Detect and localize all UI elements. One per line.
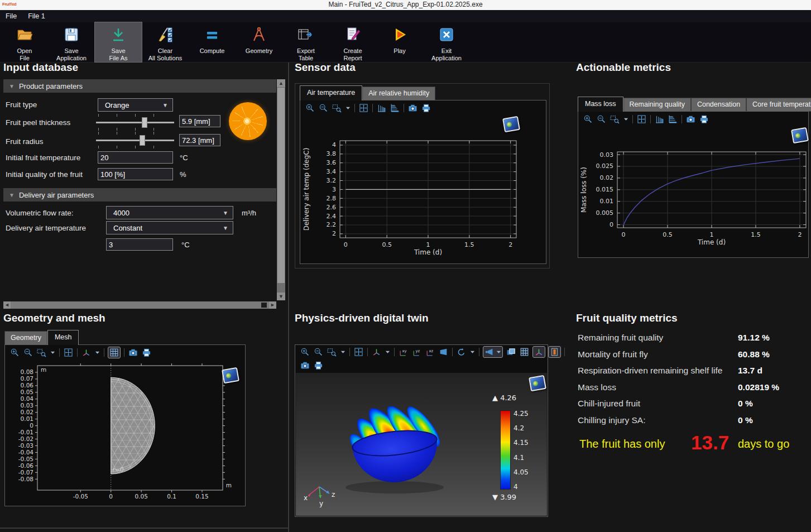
zoom-box-dropdown-icon[interactable] (345, 106, 351, 111)
image-snapshot-icon[interactable] (686, 114, 695, 124)
scroll-right-icon[interactable]: ► (269, 301, 276, 309)
print-icon[interactable] (421, 103, 431, 113)
toolbar-compute-button[interactable]: Compute (189, 22, 236, 62)
image-snapshot-icon[interactable] (408, 103, 418, 113)
zoom-in-icon[interactable] (300, 347, 310, 357)
bottom-splitter[interactable] (0, 528, 288, 529)
sensor-chart[interactable]: 00.511.5222.22.42.62.833.23.43.63.84Time… (300, 115, 546, 263)
scroll-down-icon[interactable]: ▼ (277, 293, 285, 300)
massloss-chart[interactable]: 00.511.5200.0050.010.0150.020.0250.03Tim… (578, 126, 808, 258)
toolbar-export-table-button[interactable]: Export Table (282, 22, 329, 62)
zoom-extents-icon[interactable] (359, 103, 368, 113)
toolbar-clear-all-solutions-button[interactable]: Clear All Solutions (142, 22, 189, 62)
peel-thickness-label: Fruit peel thickness (6, 118, 70, 127)
image-snapshot-icon[interactable] (128, 348, 138, 357)
scroll-up-icon[interactable]: ▲ (277, 79, 285, 87)
peel-thickness-value[interactable] (179, 115, 220, 127)
toolbar-save-application-button[interactable]: Save Application (48, 22, 95, 62)
geometry-tab-mesh[interactable]: Mesh (47, 330, 79, 345)
print-icon[interactable] (699, 114, 709, 124)
slider-thumb[interactable] (140, 135, 145, 146)
toolbar-save-file-as-button[interactable]: Save File As (95, 22, 142, 62)
axis-orientation-dropdown-icon[interactable] (385, 349, 390, 354)
x-axis-log-scale-icon[interactable] (377, 103, 386, 113)
zoom-in-icon[interactable] (305, 103, 315, 113)
zoom-box-dropdown-icon[interactable] (50, 350, 55, 355)
fruit-type-dropdown[interactable]: Orange ▼ (98, 98, 173, 112)
air-temperature-dropdown[interactable]: Constant ▼ (106, 221, 233, 234)
zoom-box-icon[interactable] (37, 348, 46, 357)
column-splitter[interactable] (288, 63, 289, 532)
axis-orientation-dropdown-icon[interactable] (95, 350, 100, 355)
zoom-extents-icon[interactable] (64, 348, 73, 357)
print-icon[interactable] (314, 361, 323, 370)
zoom-out-icon[interactable] (319, 103, 328, 113)
axis-orientation-icon[interactable] (372, 347, 381, 357)
flow-rate-dropdown[interactable]: 4000 ▼ (106, 206, 233, 219)
fruit-radius-slider[interactable] (96, 132, 174, 148)
scene-light-dropdown-icon[interactable] (496, 349, 501, 354)
go-to-xz-view-icon[interactable]: xz (425, 347, 435, 357)
zoom-box-icon[interactable] (610, 114, 620, 124)
show-grid-icon[interactable] (109, 348, 119, 357)
scrollbar-thumb[interactable] (261, 303, 267, 308)
rotate-view-icon[interactable] (457, 347, 466, 357)
environment-icon[interactable] (506, 347, 516, 357)
perspective-projection-icon[interactable] (439, 347, 448, 357)
toolbar-geometry-button[interactable]: Geometry (236, 22, 282, 62)
slider-thumb[interactable] (142, 117, 147, 128)
horizontal-scrollbar[interactable]: ◄ ► (3, 301, 276, 309)
x-axis-log-scale-icon[interactable] (655, 114, 664, 124)
toolbar-play-button[interactable]: Play (376, 22, 423, 62)
zoom-out-icon[interactable] (314, 347, 323, 357)
zoom-out-icon[interactable] (597, 114, 606, 124)
input-database-title: Input database (3, 61, 78, 74)
metrics-tab-condensation[interactable]: Condensation (691, 98, 746, 112)
zoom-in-icon[interactable] (10, 348, 20, 357)
metrics-tab-mass-loss[interactable]: Mass loss (578, 97, 623, 112)
go-to-xy-view-icon[interactable]: xy (399, 347, 408, 357)
peel-thickness-slider[interactable] (96, 114, 174, 131)
mesh-plot[interactable]: -0.0500.050.10.150.080.070.060.050.040.0… (5, 360, 245, 506)
zoom-box-dropdown-icon[interactable] (623, 117, 628, 122)
save-file-as-icon (109, 26, 127, 46)
rotate-dropdown-icon[interactable] (470, 349, 475, 354)
scroll-left-icon[interactable]: ◄ (3, 301, 11, 309)
product-parameters-header[interactable]: ▼ Product parameters (3, 79, 276, 93)
sensor-tab-air-temperature[interactable]: Air temperature (300, 85, 362, 100)
air-temperature-value-input[interactable] (106, 238, 173, 251)
toolbar-exit-application-button[interactable]: Exit Application (423, 22, 470, 62)
zoom-box-icon[interactable] (332, 103, 342, 113)
go-to-yz-view-icon[interactable]: yz (412, 347, 421, 357)
zoom-extents-icon[interactable] (637, 114, 646, 124)
scrollbar-thumb[interactable] (277, 88, 285, 283)
y-axis-log-scale-icon[interactable] (390, 103, 400, 113)
sensor-tab-air-relative-humidity[interactable]: Air relative humidity (362, 87, 435, 100)
axis-orientation-icon[interactable] (81, 348, 91, 357)
show-color-legend-icon[interactable] (550, 347, 559, 357)
menu-file[interactable]: File (0, 10, 22, 22)
zoom-box-dropdown-icon[interactable] (340, 349, 345, 354)
zoom-out-icon[interactable] (23, 348, 33, 357)
initial-quality-input[interactable] (98, 168, 173, 180)
fruit-radius-value[interactable] (179, 134, 220, 146)
toolbar-create-report-button[interactable]: Create Report (329, 22, 376, 62)
metrics-tab-core-fruit-temperature[interactable]: Core fruit temperature (746, 98, 811, 112)
geometry-tab-geometry[interactable]: Geometry (4, 331, 47, 345)
zoom-box-icon[interactable] (327, 347, 337, 357)
metrics-tab-remaining-quality[interactable]: Remaining quality (623, 98, 691, 112)
y-axis-log-scale-icon[interactable] (668, 114, 678, 124)
print-icon[interactable] (142, 348, 151, 357)
zoom-in-icon[interactable] (583, 114, 593, 124)
delivery-air-parameters-header[interactable]: ▼ Delivery air parameters (3, 188, 276, 202)
scene-light-icon[interactable] (484, 347, 494, 357)
vertical-scrollbar[interactable]: ▲ ▼ (277, 79, 285, 300)
menu-file-1[interactable]: File 1 (22, 10, 51, 22)
toolbar-open-file-button[interactable]: Open File (1, 22, 48, 62)
digital-twin-scene[interactable]: ▲ 4.26 4.254.24.154.14.054 ▼ 3.99 x y z (296, 373, 547, 516)
image-snapshot-icon[interactable] (300, 361, 310, 370)
show-axis-orientation-icon[interactable] (534, 347, 544, 357)
zoom-extents-icon[interactable] (354, 347, 363, 357)
initial-temperature-input[interactable] (98, 151, 173, 164)
show-grid-icon[interactable] (520, 347, 529, 357)
